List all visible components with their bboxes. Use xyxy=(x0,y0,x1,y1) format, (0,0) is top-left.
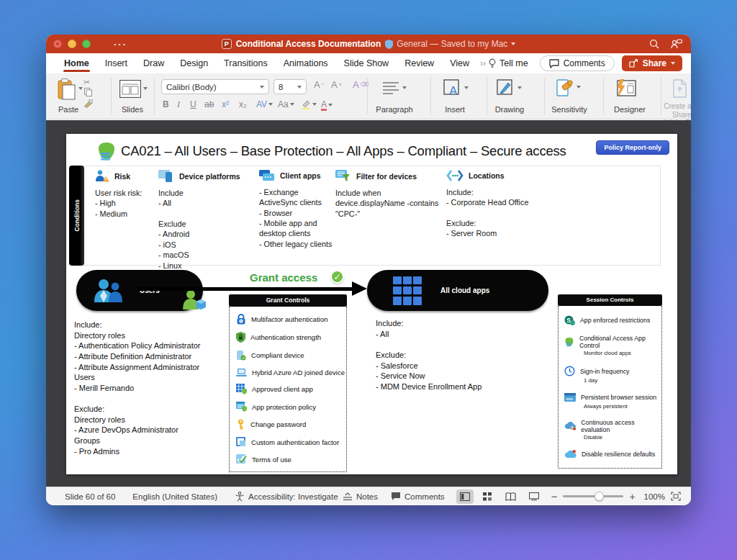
character-spacing-button[interactable]: AV xyxy=(256,99,273,109)
autosave-status[interactable]: General — Saved to my Mac xyxy=(385,39,515,49)
paragraph-button[interactable] xyxy=(381,81,407,96)
fit-to-window-icon[interactable] xyxy=(671,492,681,501)
zoom-button[interactable] xyxy=(82,40,91,48)
sensitivity-button[interactable] xyxy=(556,78,581,98)
filter-for-devices-icon xyxy=(335,170,351,182)
normal-view-button[interactable] xyxy=(456,489,474,504)
condition-locations[interactable]: Locations Include: - Corporate Head Offi… xyxy=(446,170,576,239)
policy-report-only-badge[interactable]: Policy Report-only xyxy=(596,140,669,155)
clock-icon xyxy=(564,366,575,376)
normal-view-icon xyxy=(460,492,470,501)
traffic-lights xyxy=(53,40,91,48)
chevron-down-icon xyxy=(671,62,675,65)
insert-label: Insert xyxy=(432,105,478,114)
grant-controls-panel[interactable]: Grant Controls Multifactor authenticatio… xyxy=(229,294,347,472)
minimize-button[interactable] xyxy=(68,40,76,48)
superscript-button[interactable]: x² xyxy=(222,99,229,109)
grant-item-auth-strength: Authentication strength xyxy=(230,332,346,343)
cloud-apps-grid-icon xyxy=(393,276,422,305)
presenter-coach-icon[interactable] xyxy=(671,39,682,49)
conditions-tab[interactable]: Conditions xyxy=(69,166,84,266)
paste-button[interactable] xyxy=(58,78,83,100)
insert-button[interactable]: A xyxy=(443,79,469,98)
clear-formatting-button[interactable]: A⌫ xyxy=(353,79,368,90)
copy-icon[interactable] xyxy=(84,88,92,98)
italic-button[interactable]: I xyxy=(177,99,180,110)
notes-icon xyxy=(343,492,353,501)
locations-icon xyxy=(446,170,464,181)
comments-button[interactable]: Comments xyxy=(540,55,615,71)
text-highlight-button[interactable] xyxy=(301,99,317,109)
zoom-slider[interactable] xyxy=(563,495,623,497)
custom-auth-icon xyxy=(236,437,246,447)
format-painter-icon[interactable] xyxy=(83,99,93,109)
slide-counter[interactable]: Slide 60 of 60 xyxy=(65,492,115,501)
slide-canvas[interactable]: CA021 – All Users – Base Protection – Al… xyxy=(66,134,677,474)
grow-font-button[interactable]: A^ xyxy=(314,79,324,90)
cloud-gear-icon xyxy=(564,421,576,430)
device-platforms-icon xyxy=(158,170,174,182)
zoom-slider-knob[interactable] xyxy=(594,492,604,501)
tab-review[interactable]: Review xyxy=(397,53,442,73)
tab-home[interactable]: Home xyxy=(56,53,97,73)
designer-button[interactable] xyxy=(615,79,636,97)
adobe-pdf-button[interactable] xyxy=(672,79,688,99)
notes-toggle[interactable]: Notes xyxy=(343,492,378,501)
slide-heading[interactable]: CA021 – All Users – Base Protection – Al… xyxy=(121,143,566,159)
session-item-persistent-browser: www Persistent browser session Always pe… xyxy=(559,393,661,410)
share-button[interactable]: Share xyxy=(622,55,682,71)
reading-view-icon xyxy=(505,492,516,501)
drawing-button[interactable] xyxy=(497,79,522,98)
cloud-apps-scope-text[interactable]: Include: - All Exclude: - Salesforce - S… xyxy=(376,318,534,392)
tab-view[interactable]: View xyxy=(442,53,477,73)
zoom-out-button[interactable]: − xyxy=(551,490,558,502)
drawing-label: Drawing xyxy=(484,105,535,114)
condition-device-platforms[interactable]: Device platforms Include - All Exclude -… xyxy=(158,170,242,271)
more-options-icon[interactable]: ··· xyxy=(114,39,127,50)
change-case-button[interactable]: Aa xyxy=(278,99,294,109)
zoom-level[interactable]: 100% xyxy=(644,492,665,501)
paragraph-lines-icon xyxy=(381,81,400,96)
language-indicator[interactable]: English (United States) xyxy=(132,492,217,501)
strikethrough-button[interactable]: ab xyxy=(204,99,214,109)
font-size-select[interactable]: 8 xyxy=(273,79,307,94)
font-color-button[interactable]: A xyxy=(321,99,333,111)
sensitivity-label: Sensitivity xyxy=(541,105,597,114)
session-controls-header: Session Controls xyxy=(558,294,662,306)
tab-slide-show[interactable]: Slide Show xyxy=(336,53,397,73)
grant-access-label[interactable]: Grant access xyxy=(250,271,317,284)
subscript-button[interactable]: x₂ xyxy=(239,99,247,109)
cloud-apps-pill[interactable]: All cloud apps xyxy=(367,270,548,311)
highlighter-icon xyxy=(301,99,311,109)
bold-button[interactable]: B xyxy=(163,99,169,109)
accessibility-status[interactable]: Accessibility: Investigate xyxy=(235,492,338,502)
tab-animations[interactable]: Animations xyxy=(276,53,336,73)
slideshow-button[interactable] xyxy=(525,489,543,504)
grant-item-app-protection: App protection policy xyxy=(230,402,346,412)
reading-view-button[interactable] xyxy=(502,489,520,504)
shrink-font-button[interactable]: A˅ xyxy=(331,79,342,90)
tab-design[interactable]: Design xyxy=(172,53,216,73)
zoom-in-button[interactable]: + xyxy=(629,491,635,502)
cut-icon[interactable]: ✂ xyxy=(83,78,90,87)
tab-overflow-icon[interactable]: ›› xyxy=(480,58,486,68)
underline-button[interactable]: U xyxy=(190,99,196,109)
search-icon[interactable] xyxy=(649,39,659,49)
session-controls-panel[interactable]: Session Controls S App enforced restrict… xyxy=(558,294,662,469)
designer-label: Designer xyxy=(606,105,654,114)
condition-client-apps[interactable]: Client apps - Exchange ActiveSync client… xyxy=(259,170,334,249)
tab-insert[interactable]: Insert xyxy=(97,53,135,73)
condition-filter-for-devices[interactable]: Filter for devices Include when device.d… xyxy=(335,170,440,219)
tell-me[interactable]: Tell me xyxy=(489,58,528,68)
grant-item-mfa: Multifactor authentication xyxy=(230,314,346,325)
users-scope-text[interactable]: Include: Directory roles - Authenticatio… xyxy=(74,320,232,456)
tab-draw[interactable]: Draw xyxy=(135,53,172,73)
close-button[interactable] xyxy=(53,40,62,48)
comments-toggle[interactable]: Comments xyxy=(391,492,445,501)
slide-sorter-button[interactable] xyxy=(479,489,497,504)
tab-transitions[interactable]: Transitions xyxy=(216,53,276,73)
condition-risk[interactable]: Risk User risk risk: - High - Medium xyxy=(95,170,155,219)
slides-button[interactable] xyxy=(119,80,148,98)
font-name-select[interactable]: Calibri (Body) xyxy=(161,79,269,94)
session-item-app-enforced: S App enforced restrictions xyxy=(559,315,661,326)
